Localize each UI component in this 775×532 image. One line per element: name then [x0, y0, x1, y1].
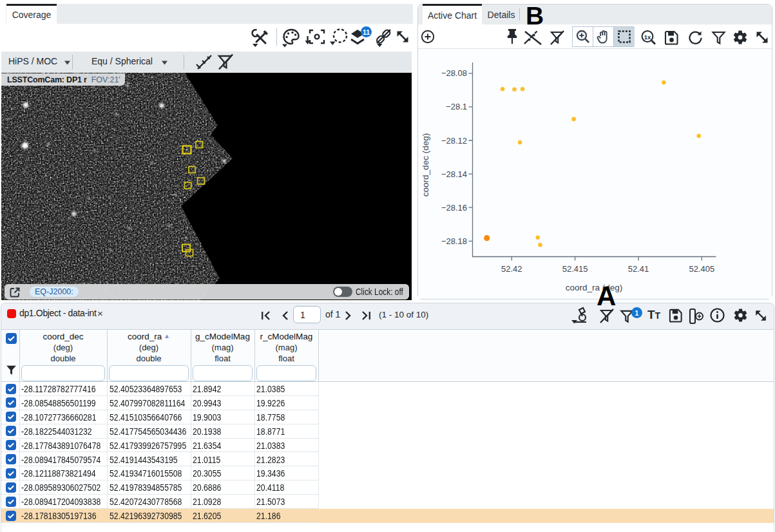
svg-text:−28.08: −28.08	[441, 68, 467, 78]
svg-text:−28.18: −28.18	[441, 236, 467, 246]
svg-text:52.42: 52.42	[501, 264, 522, 274]
svg-text:52.405: 52.405	[689, 264, 714, 274]
svg-text:1x: 1x	[644, 33, 651, 41]
svg-text:coord_dec (deg): coord_dec (deg)	[421, 133, 430, 196]
svg-text:−28.1: −28.1	[446, 102, 467, 111]
svg-text:−28.14: −28.14	[441, 169, 467, 179]
svg-text:−28.16: −28.16	[441, 203, 467, 213]
svg-text:52.41: 52.41	[628, 264, 649, 274]
svg-text:−28.12: −28.12	[441, 136, 467, 146]
svg-text:52.415: 52.415	[562, 264, 588, 274]
